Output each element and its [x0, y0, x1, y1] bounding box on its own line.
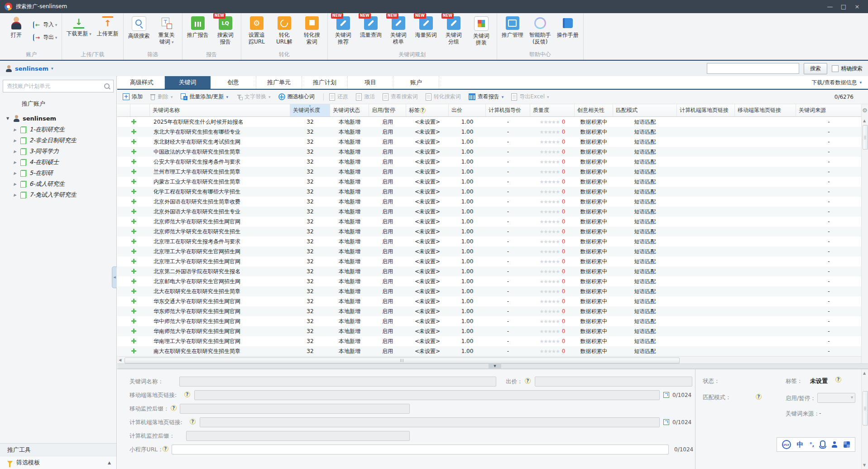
onoff-select[interactable] [817, 393, 855, 403]
help-icon[interactable] [171, 405, 177, 411]
ime-menu-grid-icon[interactable] [844, 441, 850, 448]
toolbar-export-excel[interactable]: 导出Excel▾ [511, 93, 549, 101]
add-plus-icon[interactable] [131, 169, 136, 174]
add-plus-icon[interactable] [131, 239, 136, 244]
vertical-scroll-thumb[interactable] [863, 391, 868, 425]
minimize-button[interactable]: — [824, 0, 836, 13]
table-row[interactable]: 北京师范大学研究生在职研究生招生32本地新增启用<未设置>1.00-★★★★★0… [117, 227, 868, 237]
sidebar-plan-item[interactable]: ▶3-同等学力 [6, 146, 116, 157]
search-button[interactable]: 搜索 [804, 63, 827, 74]
sidebar-plan-item[interactable]: ▶6-成人研究生 [6, 179, 116, 189]
pc-link-input[interactable] [200, 417, 660, 427]
table-row[interactable]: 北京第二外国语学院在职研究生报名32本地新增启用<未设置>1.00-★★★★★0… [117, 266, 868, 276]
column-header[interactable]: 移动端落地页链接 [735, 104, 796, 116]
tab-6[interactable]: 账户 [393, 76, 439, 89]
toolbar-restore[interactable]: 还原 [329, 93, 348, 101]
mini-url-input[interactable] [172, 445, 669, 454]
add-plus-icon[interactable] [131, 299, 136, 304]
splitter-collapse-button[interactable]: ▼ [489, 364, 501, 368]
column-header[interactable] [117, 104, 150, 116]
expand-caret-icon[interactable]: ▶ [14, 171, 18, 175]
add-plus-icon[interactable] [131, 348, 136, 353]
table-row[interactable]: 北京理工在职研究生报考条件与要求32本地新增启用<未设置>1.00-★★★★★0… [117, 237, 868, 247]
add-plus-icon[interactable] [131, 209, 136, 214]
keyword-name-input[interactable] [179, 377, 496, 387]
add-plus-icon[interactable] [131, 338, 136, 343]
tab-5[interactable]: 项目 [348, 76, 393, 89]
column-header[interactable]: 出价 [449, 104, 486, 116]
ribbon-button-keyword-group[interactable]: NEW关键词分组 [441, 15, 466, 47]
maximize-button[interactable]: □ [837, 0, 850, 13]
toolbar-delete[interactable]: 删除▾ [150, 93, 173, 101]
table-row[interactable]: 公安大学在职研究生报考条件与要求32本地新增启用<未设置>1.00-★★★★★0… [117, 157, 868, 167]
panel-splitter[interactable]: ▼ [117, 363, 868, 369]
column-header[interactable]: 关键词状态 [330, 104, 369, 116]
toolbar-circle-core[interactable]: 圈选核心词 [278, 93, 315, 101]
external-link-icon[interactable] [663, 419, 669, 425]
table-row[interactable]: 化学工程在职研究生有哪些大学招生32本地新增启用<未设置>1.00-★★★★★0… [117, 187, 868, 197]
add-plus-icon[interactable] [131, 129, 136, 134]
toolbar-view-report[interactable]: 查看报告▾ [469, 93, 504, 101]
ime-punctuation-icon[interactable]: °, [810, 441, 815, 448]
tree-root-account[interactable]: ▼ senlinsem [6, 112, 116, 124]
grid-settings-gear-icon[interactable]: ⚙ [862, 107, 868, 114]
table-row[interactable]: 北大在职研究生在职研究生招生简章32本地新增启用<未设置>1.00-★★★★★0… [117, 286, 868, 296]
ime-logo-icon[interactable]: iFLY [782, 440, 791, 449]
ribbon-button-keyword-assemble[interactable]: 关键词拼装 [469, 15, 494, 48]
help-icon[interactable] [184, 392, 190, 397]
tab-3[interactable]: 推广单元 [256, 76, 302, 89]
add-plus-icon[interactable] [131, 159, 136, 164]
expand-caret-icon[interactable]: ▶ [14, 139, 18, 143]
expand-caret-icon[interactable]: ▶ [14, 150, 18, 154]
toolbar-view-searchword[interactable]: 查看搜索词 [383, 93, 418, 101]
table-row[interactable]: 华中师范大学在职研究生招生网官网32本地新增启用<未设置>1.00-★★★★★0… [117, 316, 868, 326]
ribbon-button-convert-url[interactable]: 转化URL解 [272, 15, 297, 47]
ribbon-button-trace-url[interactable]: 设置追踪URL [245, 15, 269, 47]
ribbon-button-keyword-rank[interactable]: NEW关键词榜单 [386, 15, 411, 47]
account-selector[interactable]: senlinsem ▾ [5, 65, 53, 72]
ribbon-button-user[interactable]: 打开 [4, 15, 29, 40]
add-plus-icon[interactable] [131, 179, 136, 184]
table-row[interactable]: 北京外国语在职研究生招生简章收费32本地新增启用<未设置>1.00-★★★★★0… [117, 197, 868, 207]
toolbar-activate[interactable]: 激活 [356, 93, 375, 101]
add-plus-icon[interactable] [131, 149, 136, 154]
ime-user-icon[interactable] [831, 441, 838, 448]
exact-search-checkbox[interactable] [832, 65, 839, 72]
table-row[interactable]: 东北财经大学在职研究生考试招生网32本地新增启用<未设置>1.00-★★★★★0… [117, 137, 868, 147]
add-plus-icon[interactable] [131, 229, 136, 234]
expand-caret-icon[interactable]: ▶ [14, 128, 18, 132]
ribbon-button-promo-report[interactable]: 推广报告 [186, 15, 210, 40]
toolbar-text-replace[interactable]: 文字替换▾ [236, 93, 271, 101]
sidebar-plan-item[interactable]: ▶2-非全日制研究生 [6, 135, 116, 146]
mobile-suffix-input[interactable] [180, 404, 410, 414]
bottom-vertical-scrollbar[interactable]: ▲ ▼ [861, 369, 868, 469]
ribbon-button-import[interactable]: 导入 ▾ [32, 20, 58, 29]
ribbon-button-keyword-recommend[interactable]: NEW关键词推荐 [331, 15, 355, 47]
chevron-down-icon[interactable]: ▼ [6, 116, 10, 121]
column-header[interactable]: 计算机端落地页链接 [677, 104, 735, 116]
table-row[interactable]: 北京外国语大学在职研究生招生专业32本地新增启用<未设置>1.00-★★★★★0… [117, 207, 868, 217]
sidebar-plan-item[interactable]: ▶1-在职研究生 [6, 124, 116, 135]
help-icon[interactable] [835, 377, 841, 382]
table-row[interactable]: 华东交通大学在职研究生招生网官网32本地新增启用<未设置>1.00-★★★★★0… [117, 296, 868, 306]
sidebar-collapse-handle[interactable]: ◀ [112, 266, 117, 288]
column-header[interactable]: 标签 [406, 104, 449, 116]
ribbon-button-searchword-report[interactable]: NEW搜索词报告 [213, 15, 238, 47]
ribbon-button-manual[interactable]: 操作手册 [556, 15, 580, 40]
mobile-link-input[interactable] [194, 390, 660, 400]
table-row[interactable]: 2025年在职研究生什么时候开始报名32本地新增启用<未设置>1.00-★★★★… [117, 117, 868, 127]
sidebar-plan-item[interactable]: ▶5-在职研 [6, 168, 116, 179]
add-plus-icon[interactable] [131, 189, 136, 194]
scroll-up-arrow-icon[interactable]: ▲ [863, 119, 866, 123]
close-button[interactable]: × [851, 0, 863, 13]
help-icon[interactable] [190, 419, 196, 425]
column-header[interactable]: 创意相关性 [575, 104, 613, 116]
ribbon-button-convert-searchword[interactable]: 转化搜索词 [300, 15, 324, 47]
table-row[interactable]: 北京师范大学在职研究生招生网官网32本地新增启用<未设置>1.00-★★★★★0… [117, 217, 868, 227]
tab-1[interactable]: 关键词 [165, 76, 211, 89]
add-plus-icon[interactable] [131, 259, 136, 264]
exact-search-option[interactable]: 精确搜索 [832, 65, 863, 73]
table-row[interactable]: 华南理工大学在职研究生招生网官网32本地新增启用<未设置>1.00-★★★★★0… [117, 336, 868, 346]
sidebar-plan-item[interactable]: ▶4-在职硕士 [6, 157, 116, 168]
toolbar-batch-add[interactable]: 批量添加/更新▾ [181, 93, 229, 101]
